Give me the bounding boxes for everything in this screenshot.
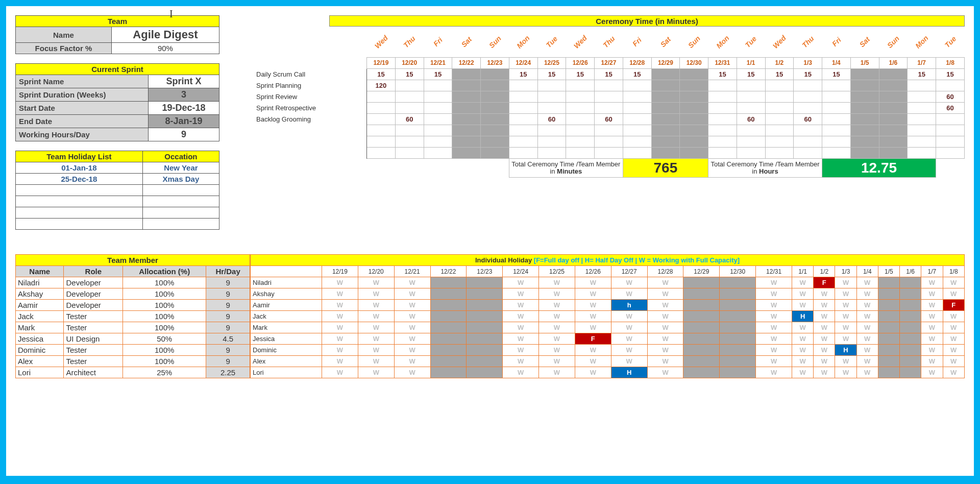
individual-holiday-table[interactable]: Individual Holiday [F=Full day off | H= … [250,254,965,378]
ceremony-cell[interactable] [737,102,765,113]
ceremony-cell[interactable] [481,147,509,158]
ih-cell[interactable] [683,311,720,322]
ih-cell[interactable] [900,367,921,378]
ceremony-cell[interactable]: 15 [395,68,424,80]
tm-name[interactable]: Lori [16,367,64,378]
ih-cell[interactable]: h [611,300,647,311]
tm-alloc[interactable]: 100% [123,311,206,322]
holiday-date[interactable] [16,207,143,219]
ceremony-cell[interactable] [595,102,623,113]
ih-cell[interactable]: W [539,311,575,322]
ceremony-cell[interactable] [651,147,680,158]
ih-cell[interactable] [878,356,899,367]
ih-cell[interactable]: H [792,311,813,322]
ih-cell[interactable]: W [943,288,965,300]
ceremony-cell[interactable] [908,136,936,147]
ceremony-cell[interactable] [509,102,537,113]
holiday-table[interactable]: Team Holiday List Occation 01-Jan-18 New… [15,151,219,230]
ih-cell[interactable]: W [394,288,430,300]
ceremony-cell[interactable] [708,80,737,91]
ih-cell[interactable]: W [921,356,943,367]
ceremony-cell[interactable] [481,102,509,113]
ih-cell[interactable] [720,367,756,378]
ceremony-cell[interactable] [367,113,396,125]
ih-cell[interactable]: W [358,322,394,333]
ih-cell[interactable]: W [792,288,813,300]
ih-cell[interactable]: W [856,288,878,300]
holiday-occ[interactable]: New Year [142,162,219,174]
ceremony-cell[interactable] [623,125,651,136]
ih-cell[interactable]: W [756,345,792,356]
team-table[interactable]: Team Name Agile Digest Focus Factor % 90… [15,15,219,54]
ih-cell[interactable]: W [814,288,835,300]
holiday-occ[interactable] [142,219,219,230]
ih-cell[interactable]: W [814,356,835,367]
ih-cell[interactable]: W [856,367,878,378]
ceremony-cell[interactable]: 15 [595,68,623,80]
ih-cell[interactable] [430,333,467,345]
tm-name[interactable]: Jack [16,311,64,322]
tm-alloc[interactable]: 50% [123,333,206,345]
tm-hr[interactable]: 9 [206,322,250,333]
ih-cell[interactable]: W [575,345,611,356]
ih-cell[interactable] [683,333,720,345]
holiday-date[interactable] [16,219,143,230]
ih-cell[interactable]: W [647,345,683,356]
ceremony-cell[interactable] [623,80,651,91]
ih-cell[interactable]: W [835,288,856,300]
ceremony-cell[interactable]: 15 [566,68,595,80]
ceremony-cell[interactable] [794,136,822,147]
ih-cell[interactable]: W [322,277,358,288]
ceremony-cell[interactable] [424,147,452,158]
ceremony-cell[interactable]: 15 [737,68,765,80]
ceremony-cell[interactable] [879,136,908,147]
ceremony-cell[interactable] [367,91,396,102]
ih-cell[interactable]: W [835,322,856,333]
ceremony-cell[interactable] [452,125,481,136]
ih-cell[interactable]: W [792,356,813,367]
ceremony-cell[interactable] [595,91,623,102]
tm-name[interactable]: Dominic [16,345,64,356]
ih-cell[interactable]: W [358,367,394,378]
ceremony-cell[interactable] [794,91,822,102]
ih-cell[interactable]: W [792,333,813,345]
ih-cell[interactable]: W [835,300,856,311]
tm-name[interactable]: Mark [16,322,64,333]
ceremony-cell[interactable] [680,136,708,147]
ih-cell[interactable]: W [814,300,835,311]
ih-cell[interactable]: W [575,300,611,311]
ceremony-cell[interactable]: 120 [367,80,396,91]
ceremony-cell[interactable] [481,80,509,91]
ceremony-cell[interactable]: 15 [908,68,936,80]
tm-role[interactable]: Developer [64,277,123,288]
holiday-date[interactable] [16,196,143,207]
tm-alloc[interactable]: 100% [123,345,206,356]
ih-cell[interactable]: W [539,322,575,333]
ih-cell[interactable]: W [814,345,835,356]
ih-cell[interactable]: W [322,345,358,356]
ceremony-cell[interactable] [509,91,537,102]
ih-cell[interactable]: W [647,322,683,333]
ih-cell[interactable]: W [647,356,683,367]
tm-role[interactable]: Tester [64,345,123,356]
ceremony-cell[interactable] [794,125,822,136]
ih-cell[interactable]: W [921,345,943,356]
ih-cell[interactable] [900,277,921,288]
ceremony-cell[interactable] [879,91,908,102]
ih-cell[interactable]: W [814,311,835,322]
ih-cell[interactable]: W [503,322,539,333]
ih-cell[interactable]: W [921,311,943,322]
ih-cell[interactable] [878,288,899,300]
ceremony-cell[interactable]: 15 [424,68,452,80]
ceremony-cell[interactable] [367,147,396,158]
ceremony-cell[interactable] [452,102,481,113]
ceremony-cell[interactable] [708,147,737,158]
ih-cell[interactable] [900,288,921,300]
ceremony-cell[interactable] [452,113,481,125]
ih-cell[interactable]: W [835,367,856,378]
ceremony-cell[interactable] [794,147,822,158]
ih-cell[interactable] [467,367,503,378]
ih-cell[interactable]: W [814,367,835,378]
ih-cell[interactable] [467,322,503,333]
ih-cell[interactable] [430,277,467,288]
